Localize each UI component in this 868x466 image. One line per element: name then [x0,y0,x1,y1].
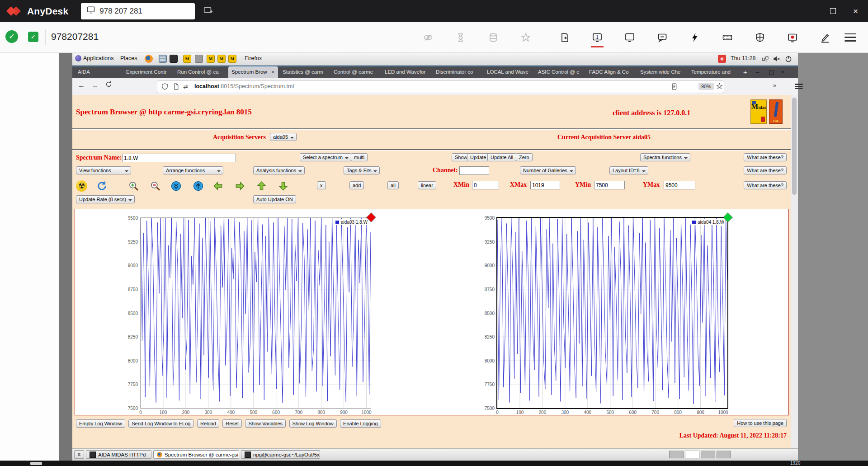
shield-icon[interactable] [161,83,169,91]
url-text[interactable]: localhost:8015/Spectrum/Spectrum.tml [194,83,294,89]
privacy-mode-icon[interactable] [418,28,439,47]
forward-button[interactable]: → [91,81,99,89]
file-manager-launcher-icon[interactable] [159,55,167,63]
monitor-1-icon[interactable]: 1 [587,28,608,47]
horizontal-scroll-strip[interactable]: 1920 [0,461,868,466]
scroll-left-icon[interactable] [212,180,224,192]
close-button[interactable]: × [781,69,784,75]
layout-id-dropdown[interactable]: Layout ID=8 [609,166,648,174]
anydesk-tray-icon[interactable]: ◈ [718,55,726,63]
clock[interactable]: Thu 11:28 [731,55,755,61]
new-tab-button[interactable]: + [743,68,747,76]
tab-spectrum-browser[interactable]: Spectrum Brow× [228,66,278,78]
tab-system-check[interactable]: System wide Che [640,66,688,78]
refresh-icon[interactable] [96,180,108,192]
tab-discriminator[interactable]: Discriminator co [436,66,484,78]
minimize-button[interactable]: — [806,7,813,15]
xmax-input[interactable] [530,181,560,189]
update-rate-dropdown[interactable]: Update Rate (8 secs) [76,195,135,203]
workspace-3[interactable] [701,451,715,458]
empty-log-button[interactable]: Empty Log Window [76,419,125,428]
menu-icon[interactable] [844,33,856,42]
close-tab-icon[interactable]: × [271,69,274,75]
draw-pen-icon[interactable] [815,28,835,47]
analysis-functions-dropdown[interactable]: Analysis functions [253,166,305,174]
bookmark-star-icon[interactable] [716,82,724,90]
acquisition-server-select[interactable]: aida05 [270,133,297,141]
taskbar-window-midas-httpd[interactable]: AIDA MIDAS HTTPd [86,450,151,459]
overflow-menu-icon[interactable]: » [773,82,776,89]
zoom-in-icon[interactable] [128,180,139,192]
add-button[interactable]: add [349,181,364,189]
arrange-functions-dropdown[interactable]: Arrange functions [163,166,223,174]
show-desktop-button[interactable] [74,450,84,459]
back-button[interactable]: ← [78,81,85,89]
firefox-launcher-icon[interactable] [145,55,153,63]
tab-swap-icon[interactable]: ⇄ [183,83,188,90]
spectrum-plot-aida03[interactable]: 7500775080008250850087509000925095000100… [140,217,371,409]
utility-launcher-icon[interactable] [195,55,203,63]
reader-view-icon[interactable] [670,83,679,91]
storage-icon[interactable] [483,28,504,47]
number-of-galleries-dropdown[interactable]: Number of Galleries [520,166,576,174]
compress-y-icon[interactable] [170,180,182,192]
taskbar-window-terminal[interactable]: npg@carme-gsi:~/LayOut/5xFEE64 [241,450,320,459]
places-menu[interactable]: Places [120,55,137,61]
url-field[interactable]: ⇄ localhost:8015/Spectrum/Spectrum.tml 9… [157,80,724,93]
reset-button[interactable]: Reset [222,419,242,428]
channel-input[interactable] [459,166,489,175]
midas-launcher-icon[interactable]: M [217,55,226,63]
scroll-down-icon[interactable] [278,180,289,192]
tab-experiment-control[interactable]: Experiment Contr [126,66,174,78]
file-transfer-icon[interactable] [554,28,575,47]
midas-launcher-icon[interactable]: M [183,55,191,63]
chat-icon[interactable] [652,28,673,47]
session-tab[interactable]: 978 207 281 [81,3,195,19]
volume-muted-icon[interactable] [773,55,781,63]
new-session-icon[interactable] [203,5,213,17]
tab-control[interactable]: Control @ carme [334,66,382,78]
expand-y-icon[interactable] [193,180,204,192]
x-axis-button[interactable]: x [317,181,326,189]
tab-asic-control[interactable]: ASIC Control @ c [538,66,586,78]
scroll-right-icon[interactable] [234,180,245,192]
show-variables-button[interactable]: Show Variables [245,419,286,428]
keyboard-icon[interactable] [717,28,738,47]
favorite-star-icon[interactable] [515,28,536,47]
power-icon[interactable] [784,55,793,63]
page-info-icon[interactable] [172,83,180,91]
radiation-icon[interactable]: ☢ [76,180,87,192]
workspace-1[interactable] [669,451,684,458]
tab-local-wave[interactable]: LOCAL and Wave [487,66,535,78]
reload-button[interactable] [105,80,113,90]
record-session-icon[interactable] [782,28,803,47]
restore-button[interactable] [769,70,774,76]
multi-button[interactable]: multi [351,153,368,161]
taskbar-window-spectrum-browser[interactable]: Spectrum Browser @ carme-gsi — ... [153,450,239,459]
ymin-input[interactable] [594,181,625,189]
spectra-functions-dropdown[interactable]: Spectra functions [640,153,690,161]
update-all-button[interactable]: Update All [487,153,516,161]
page-scrollbar[interactable] [791,95,798,455]
applications-menu[interactable]: Applications [83,55,113,61]
ymax-input[interactable] [664,181,695,189]
view-functions-dropdown[interactable]: View functions [76,166,131,174]
reload-button[interactable]: Reload [197,419,219,428]
scroll-up-icon[interactable] [256,180,267,192]
midas-launcher-icon[interactable]: M [207,55,215,63]
enable-logging-button[interactable]: Enable Logging [340,419,381,428]
what-are-these-button[interactable]: What are these? [744,166,787,174]
xmin-input[interactable] [472,181,499,189]
how-to-use-button[interactable]: How to use this page [734,419,787,427]
tab-led-waveform[interactable]: LED and Wavefor [385,66,433,78]
maximize-button[interactable] [830,8,836,14]
midas-launcher-icon[interactable]: M [228,55,236,63]
all-button[interactable]: all [387,181,399,189]
workspace-4[interactable] [717,451,731,458]
scroll-thumb[interactable] [30,462,42,465]
actions-lightning-icon[interactable] [684,28,705,47]
spectrum-plot-aida04[interactable]: 7500775080008250850087509000925095000100… [496,217,728,409]
select-spectrum-dropdown[interactable]: Select a spectrum [300,153,351,161]
tags-fits-dropdown[interactable]: Tags & Fits [344,166,380,174]
send-log-elog-button[interactable]: Send Log Window to ELog [128,419,193,428]
